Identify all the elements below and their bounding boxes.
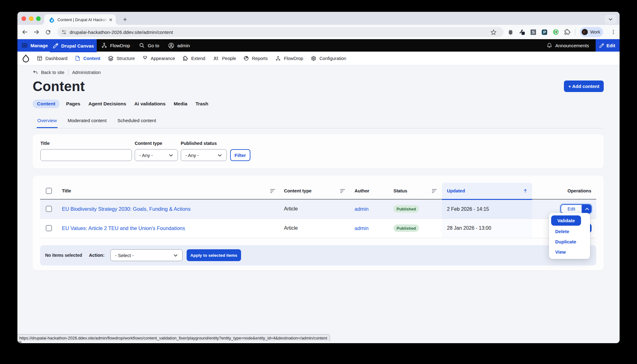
svg-text:S: S [532,30,535,35]
svg-text:P: P [543,30,546,35]
